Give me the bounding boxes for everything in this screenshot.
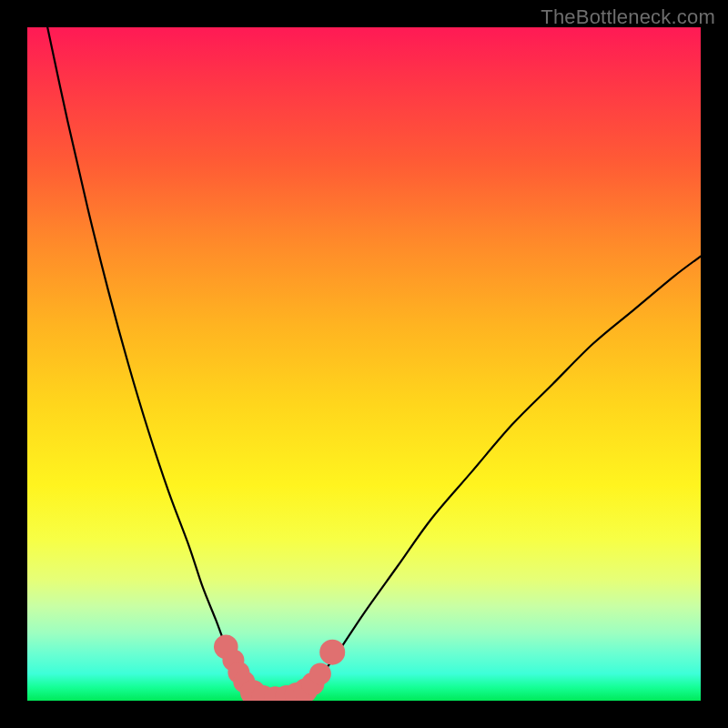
bottleneck-curve <box>47 27 701 698</box>
data-point <box>319 640 345 665</box>
data-point <box>309 662 331 684</box>
data-markers <box>214 634 345 701</box>
watermark-text: TheBottleneck.com <box>541 5 715 29</box>
plot-area <box>27 27 701 701</box>
chart-svg <box>27 27 701 701</box>
chart-frame: TheBottleneck.com <box>0 0 728 728</box>
